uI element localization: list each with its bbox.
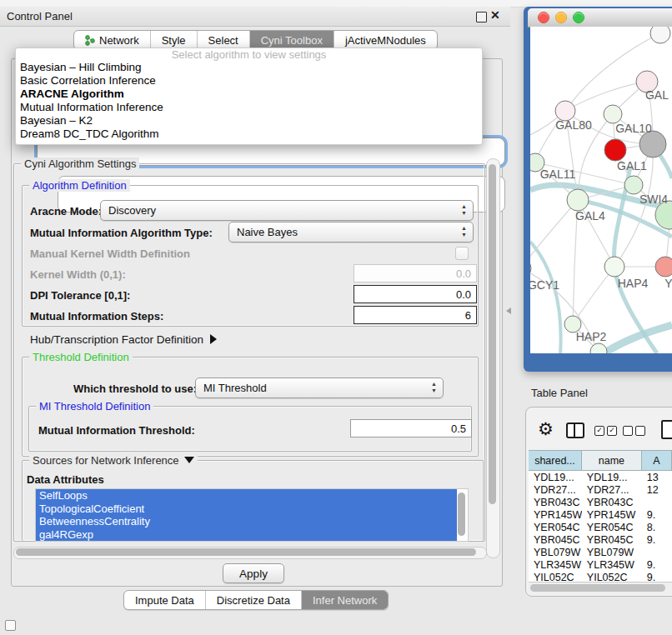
- horizontal-scrollbar-thumb[interactable]: [16, 548, 476, 556]
- table-row[interactable]: YLR345WYLR345W9.: [529, 558, 672, 571]
- which-threshold-value: MI Threshold: [203, 382, 267, 394]
- table-row[interactable]: YER054CYER054C8.: [529, 521, 672, 533]
- split-panel-icon[interactable]: [566, 422, 584, 438]
- which-threshold-label: Which threshold to use:: [73, 382, 197, 395]
- checked-box-icon: ✓: [594, 426, 604, 436]
- select-all-icon[interactable]: ✓ ✓: [594, 426, 617, 436]
- column-header-name[interactable]: name: [582, 451, 642, 470]
- minimize-window-icon[interactable]: [555, 12, 567, 23]
- bottom-tab-discretize-data[interactable]: Discretize Data: [205, 591, 301, 609]
- which-threshold-combobox[interactable]: MI Threshold ▲▼: [195, 378, 444, 398]
- manual-kernel-checkbox[interactable]: [455, 247, 469, 260]
- table-row[interactable]: YDL19...YDL19...13: [529, 471, 672, 483]
- table-cell: YER054C: [582, 522, 642, 533]
- network-node-gal4[interactable]: [567, 189, 589, 211]
- network-window-titlebar[interactable]: [528, 8, 672, 28]
- tab-label: Select: [208, 34, 238, 47]
- table-cell: YBR043C: [529, 497, 582, 508]
- table-cell: YDL19...: [582, 472, 642, 483]
- settings-horizontal-scrollbar[interactable]: [13, 547, 487, 559]
- close-panel-icon[interactable]: ✕: [490, 8, 500, 22]
- algorithm-option-aracne-algorithm[interactable]: ARACNE Algorithm: [16, 88, 482, 101]
- tab-network[interactable]: Network: [74, 31, 150, 49]
- expander-arrow-icon: [210, 334, 217, 344]
- network-node-gal1[interactable]: [624, 176, 643, 194]
- table-cell: 8.: [642, 522, 672, 533]
- network-node-label: GAL1: [617, 159, 647, 172]
- network-tab-icon: [85, 35, 95, 46]
- table-row[interactable]: YBL079WYBL079W: [529, 546, 672, 558]
- restore-panel-icon[interactable]: [5, 620, 16, 631]
- node-table[interactable]: shared...nameA YDL19...YDL19...13YDR27..…: [529, 450, 672, 593]
- deselect-all-icon[interactable]: [623, 426, 645, 436]
- mi-threshold-input[interactable]: [350, 419, 472, 438]
- tab-label: Cyni Toolbox: [261, 34, 323, 47]
- table-cell: 12: [642, 484, 672, 496]
- settings-vertical-scrollbar[interactable]: [486, 158, 500, 558]
- table-row[interactable]: YBR045CYBR045C9.: [529, 533, 672, 546]
- tab-cyni-toolbox[interactable]: Cyni Toolbox: [249, 31, 333, 49]
- network-node-y[interactable]: [655, 257, 672, 277]
- algorithm-option-bayesian-k2[interactable]: Bayesian – K2: [16, 114, 482, 128]
- table-cell: YLR345W: [529, 559, 582, 571]
- mi-steps-input[interactable]: [354, 306, 477, 324]
- table-cell: 9.: [642, 559, 672, 571]
- zoom-window-icon[interactable]: [573, 12, 584, 23]
- tab-style[interactable]: Style: [150, 31, 197, 49]
- mi-type-combobox[interactable]: Naive Bayes ▲▼: [228, 222, 474, 242]
- table-row[interactable]: YBR043CYBR043C: [529, 496, 672, 508]
- data-attributes-label: Data Attributes: [27, 473, 104, 486]
- column-header-a[interactable]: A: [642, 451, 672, 470]
- algorithm-option-basic-correlation-inference[interactable]: Basic Correlation Inference: [16, 74, 482, 88]
- data-attribute-item[interactable]: SelfLoops: [36, 489, 457, 502]
- algorithm-option-dream8-dc-tdc-algorithm[interactable]: Dream8 DC_TDC Algorithm: [16, 128, 482, 141]
- close-window-icon[interactable]: [538, 12, 549, 23]
- float-panel-icon[interactable]: [476, 12, 487, 22]
- panel-splitter-handle[interactable]: [506, 308, 511, 314]
- dpi-tolerance-input[interactable]: [354, 285, 477, 303]
- aracne-mode-combobox[interactable]: Discovery ▲▼: [100, 200, 474, 221]
- hub-definition-expander[interactable]: Hub/Transcription Factor Definition: [30, 333, 217, 346]
- table-cell: YBL079W: [582, 547, 642, 558]
- kernel-width-input[interactable]: [354, 264, 477, 282]
- network-edge: [530, 200, 578, 268]
- network-node[interactable]: [650, 27, 670, 43]
- table-scrollbar-thumb[interactable]: [530, 584, 665, 592]
- bottom-tab-label: Impute Data: [135, 594, 194, 607]
- table-row[interactable]: YDR27...YDR27...12: [529, 483, 672, 496]
- bottom-tab-impute-data[interactable]: Impute Data: [124, 591, 205, 609]
- vertical-scrollbar-thumb[interactable]: [489, 164, 496, 504]
- table-row[interactable]: YPR145WYPR145W9.: [529, 508, 672, 521]
- tab-jactivemnodules[interactable]: jActiveMNodules: [333, 31, 437, 49]
- tab-label: Style: [162, 34, 186, 47]
- data-attribute-item[interactable]: gal4RGexp: [36, 528, 457, 542]
- data-attributes-list[interactable]: SelfLoopsTopologicalCoefficientBetweenne…: [35, 488, 469, 542]
- gear-icon[interactable]: ⚙: [538, 419, 554, 439]
- bottom-tab-infer-network[interactable]: Infer Network: [301, 591, 388, 609]
- bottom-tabs: Impute DataDiscretize DataInfer Network: [123, 590, 389, 610]
- table-cell: 9.: [642, 509, 672, 521]
- apply-button[interactable]: Apply: [223, 563, 284, 583]
- table-function-icon[interactable]: [661, 420, 672, 439]
- algorithm-option-bayesian-hill-climbing[interactable]: Bayesian – Hill Climbing: [16, 61, 482, 74]
- attr-list-scrollbar[interactable]: [458, 492, 465, 536]
- column-header-shared[interactable]: shared...: [529, 451, 582, 470]
- data-attribute-item[interactable]: BetweennessCentrality: [36, 515, 457, 528]
- data-attribute-item[interactable]: TopologicalCoefficient: [36, 502, 457, 516]
- algorithm-option-mutual-information-inference[interactable]: Mutual Information Inference: [16, 101, 482, 114]
- table-cell: YBR045C: [582, 534, 642, 546]
- control-panel-title: Control Panel: [0, 10, 73, 22]
- table-cell: YPR145W: [529, 509, 582, 521]
- table-cell: YDL19...: [529, 472, 582, 483]
- tab-select[interactable]: Select: [197, 31, 249, 49]
- mi-steps-label: Mutual Information Steps:: [30, 310, 163, 322]
- mi-threshold-label: Mutual Information Threshold:: [38, 424, 195, 437]
- table-cell: YBL079W: [529, 547, 582, 558]
- network-node-hap4[interactable]: [604, 257, 624, 277]
- sources-legend: Sources for Network Inference: [29, 454, 198, 467]
- network-canvas[interactable]: GALGAL80GAL10GAL1GAL11GAL4SWI4GCY1HAP4YH…: [530, 27, 672, 353]
- table-horizontal-scrollbar[interactable]: [529, 582, 672, 594]
- network-node-gcy1[interactable]: [530, 258, 531, 278]
- network-node[interactable]: [604, 139, 626, 161]
- network-node-gal10[interactable]: [604, 105, 622, 123]
